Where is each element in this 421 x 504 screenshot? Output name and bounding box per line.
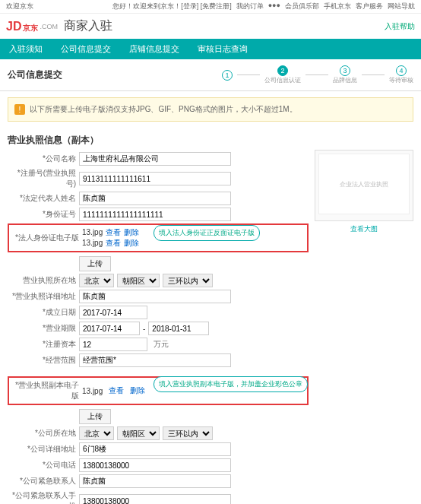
group-license-title: 营业执照信息（副本） [0,128,421,150]
logo[interactable]: JD京东 [6,20,38,33]
license-view[interactable]: 查看 [109,385,124,396]
step-2-label: 公司信息认证 [264,76,301,84]
coaddr-label: *公司所在地 [8,428,76,439]
period-end-input[interactable] [148,322,209,335]
step-2-circle: 2 [277,65,288,76]
license-file-row: *营业执照副本电子版 13.jpg查看删除 填入营业执照副本电子版，并加盖企业彩… [8,376,309,405]
idfile-view-2[interactable]: 查看 [106,239,121,247]
example-box: 企业法人营业执照 [315,150,413,221]
notice-box: ! 以下所需要上传电子版消仅支持JPG、GIF、PNG格式的图片，大小不超过1M… [8,97,413,122]
scope-input[interactable] [79,353,231,367]
estdate-input[interactable] [79,306,147,319]
coaddr-ring-select[interactable]: 三环以内 [163,426,213,440]
warning-icon: ! [14,104,25,115]
regno-label: *注册号(营业执照号) [8,168,76,189]
top-link-club[interactable]: 会员俱乐部 [285,2,319,11]
notice-text: 以下所需要上传电子版消仅支持JPG、GIF、PNG格式的图片，大小不超过1M。 [30,104,297,115]
idfile-name-2: 13.jpg [82,239,103,247]
idfile-row: *法人身份证电子版 13.jpg查看删除 13.jpg查看删除 填入法人身份证正… [8,223,309,252]
estdate-label: *成立日期 [8,307,76,318]
tab-bar: 入驻须知 公司信息提交 店铺信息提交 审核日志查询 [0,39,421,59]
license-del[interactable]: 删除 [130,385,145,396]
step-3-circle: 3 [340,65,350,76]
company-input[interactable] [79,152,231,166]
license-upload-button[interactable]: 上传 [79,409,111,424]
contact-label: *公司紧急联系人 [8,476,76,487]
loc-dist-select[interactable]: 朝阳区 [117,274,160,287]
codetail-label: *公司详细地址 [8,444,76,455]
capital-input[interactable] [79,338,147,351]
step-4-label: 等待审核 [389,76,413,84]
legal-label: *法定代表人姓名 [8,193,76,204]
mobile-label: *公司紧急联系人手机 [8,490,76,504]
addr-input[interactable] [79,290,231,303]
section-title: 公司信息提交 [8,68,62,81]
top-bar: 欢迎京东 您好！欢迎来到京东！[登录] [免费注册] 我的订单 ●●● 会员俱乐… [0,0,421,14]
capital-unit: 万元 [154,339,169,350]
stepper: 11 2公司信息认证 3品牌信息 4等待审核 [222,65,413,84]
tab-intro[interactable]: 入驻须知 [0,39,52,59]
page-title: 商家入驻 [64,18,112,34]
logo-dotcom: .COM [40,23,58,30]
idfile-upload-button[interactable]: 上传 [79,256,111,271]
loc-city-select[interactable]: 北京 [79,274,114,287]
help-link[interactable]: 入驻帮助 [385,21,415,32]
top-link-orders[interactable]: 我的订单 [236,2,264,11]
top-link-service[interactable]: 客户服务 [356,2,383,11]
idfile-view-1[interactable]: 查看 [106,228,121,236]
idfile-del-2[interactable]: 删除 [124,239,139,247]
loc-label: 营业执照所在地 [8,275,76,286]
top-center: 您好！欢迎来到京东！[登录] [免费注册] [112,2,232,11]
period-label: *营业期限 [8,323,76,334]
scope-label: *经营范围 [8,355,76,366]
tab-audit[interactable]: 审核日志查询 [188,39,257,59]
top-link-nav[interactable]: 网站导航 [388,2,415,11]
example-zoom-link[interactable]: 查看大图 [350,224,378,234]
loc-ring-select[interactable]: 三环以内 [163,274,213,287]
addr-label: *营业执照详细地址 [8,291,76,302]
period-start-input[interactable] [79,322,140,335]
step-1-circle: 1 [222,70,233,81]
idfile-del-1[interactable]: 删除 [124,228,139,236]
mobile-input[interactable] [79,494,231,504]
callout-license: 填入营业执照副本电子版，并加盖企业彩色公章 [154,376,308,392]
top-welcome: 欢迎京东 [6,2,33,11]
tel-label: *公司电话 [8,460,76,471]
license-file-name: 13.jpg [82,387,103,395]
idfile-label: *法人身份证电子版 [11,233,79,243]
tel-input[interactable] [79,458,231,472]
legal-input[interactable] [79,192,231,205]
contact-input[interactable] [79,474,231,488]
step-4-circle: 4 [396,65,407,76]
top-link-vip[interactable]: ●●● [268,2,280,11]
example-image: 企业法人营业执照 [318,154,410,214]
codetail-input[interactable] [79,442,231,456]
capital-label: *注册资本 [8,339,76,350]
license-file-label: *营业执照副本电子版 [11,380,79,401]
header: JD京东 .COM 商家入驻 入驻帮助 [0,14,421,39]
idfile-name-1: 13.jpg [82,228,103,236]
company-label: *公司名称 [8,154,76,164]
idno-label: *身份证号 [8,209,76,220]
tab-store[interactable]: 店铺信息提交 [120,39,188,59]
coaddr-dist-select[interactable]: 朝阳区 [117,426,160,440]
coaddr-city-select[interactable]: 北京 [79,426,114,440]
section-header: 公司信息提交 11 2公司信息认证 3品牌信息 4等待审核 [0,59,421,91]
top-link-mobile[interactable]: 手机京东 [324,2,351,11]
tab-company[interactable]: 公司信息提交 [52,39,120,59]
callout-id: 填入法人身份证正反面证电子版 [154,225,260,241]
idno-input[interactable] [79,208,231,221]
regno-input[interactable] [79,172,231,185]
step-3-label: 品牌信息 [333,76,357,84]
